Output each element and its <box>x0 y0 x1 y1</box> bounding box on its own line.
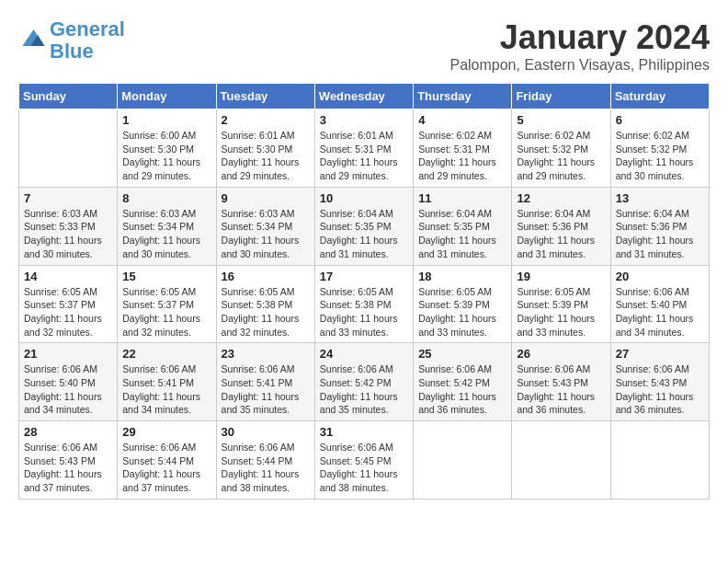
calendar-cell: 28Sunrise: 6:06 AM Sunset: 5:43 PM Dayli… <box>19 421 118 500</box>
col-header-friday: Friday <box>512 84 610 109</box>
calendar-cell: 14Sunrise: 6:05 AM Sunset: 5:37 PM Dayli… <box>19 265 118 343</box>
day-number: 17 <box>320 270 408 283</box>
day-info: Sunrise: 6:06 AM Sunset: 5:43 PM Dayligh… <box>24 441 112 495</box>
day-number: 20 <box>616 270 704 283</box>
day-info: Sunrise: 6:05 AM Sunset: 5:39 PM Dayligh… <box>517 285 605 339</box>
day-number: 25 <box>418 347 506 361</box>
day-number: 2 <box>222 113 310 127</box>
calendar-week-row: 21Sunrise: 6:06 AM Sunset: 5:40 PM Dayli… <box>19 343 710 421</box>
day-number: 9 <box>222 191 310 205</box>
calendar-cell: 29Sunrise: 6:06 AM Sunset: 5:44 PM Dayli… <box>118 421 216 500</box>
calendar-cell: 17Sunrise: 6:05 AM Sunset: 5:38 PM Dayli… <box>314 265 413 343</box>
col-header-sunday: Sunday <box>19 84 118 109</box>
day-info: Sunrise: 6:06 AM Sunset: 5:43 PM Dayligh… <box>616 362 704 417</box>
day-info: Sunrise: 6:04 AM Sunset: 5:35 PM Dayligh… <box>320 207 408 261</box>
calendar-cell: 8Sunrise: 6:03 AM Sunset: 5:34 PM Daylig… <box>118 187 216 265</box>
day-info: Sunrise: 6:06 AM Sunset: 5:40 PM Dayligh… <box>616 285 704 339</box>
day-info: Sunrise: 6:05 AM Sunset: 5:38 PM Dayligh… <box>320 285 408 339</box>
calendar-cell: 22Sunrise: 6:06 AM Sunset: 5:41 PM Dayli… <box>118 343 216 421</box>
day-info: Sunrise: 6:06 AM Sunset: 5:42 PM Dayligh… <box>418 362 506 417</box>
day-info: Sunrise: 6:03 AM Sunset: 5:34 PM Dayligh… <box>122 207 210 261</box>
day-number: 7 <box>24 191 112 205</box>
calendar-cell: 20Sunrise: 6:06 AM Sunset: 5:40 PM Dayli… <box>610 265 709 343</box>
day-number: 22 <box>122 347 210 361</box>
day-info: Sunrise: 6:02 AM Sunset: 5:32 PM Dayligh… <box>616 129 704 183</box>
day-info: Sunrise: 6:04 AM Sunset: 5:35 PM Dayligh… <box>418 207 506 261</box>
day-number: 5 <box>517 113 605 127</box>
calendar-cell: 12Sunrise: 6:04 AM Sunset: 5:36 PM Dayli… <box>512 187 610 265</box>
day-number: 8 <box>122 191 210 205</box>
calendar-cell: 9Sunrise: 6:03 AM Sunset: 5:34 PM Daylig… <box>216 187 314 265</box>
day-info: Sunrise: 6:06 AM Sunset: 5:44 PM Dayligh… <box>222 441 310 495</box>
calendar-cell: 13Sunrise: 6:04 AM Sunset: 5:36 PM Dayli… <box>610 187 709 265</box>
calendar-cell: 21Sunrise: 6:06 AM Sunset: 5:40 PM Dayli… <box>19 343 118 421</box>
calendar-cell: 6Sunrise: 6:02 AM Sunset: 5:32 PM Daylig… <box>610 109 709 188</box>
day-info: Sunrise: 6:05 AM Sunset: 5:38 PM Dayligh… <box>222 285 310 339</box>
col-header-monday: Monday <box>118 84 216 109</box>
calendar-week-row: 7Sunrise: 6:03 AM Sunset: 5:33 PM Daylig… <box>19 187 710 265</box>
day-number: 15 <box>122 270 210 283</box>
day-info: Sunrise: 6:01 AM Sunset: 5:31 PM Dayligh… <box>320 129 408 183</box>
day-info: Sunrise: 6:06 AM Sunset: 5:43 PM Dayligh… <box>517 362 605 417</box>
col-header-saturday: Saturday <box>610 84 709 109</box>
day-number: 10 <box>320 191 408 205</box>
calendar-cell: 19Sunrise: 6:05 AM Sunset: 5:39 PM Dayli… <box>512 265 610 343</box>
calendar-cell: 7Sunrise: 6:03 AM Sunset: 5:33 PM Daylig… <box>19 187 118 265</box>
day-info: Sunrise: 6:04 AM Sunset: 5:36 PM Dayligh… <box>616 207 704 261</box>
page-header: General Blue January 2024 Palompon, East… <box>18 18 710 74</box>
day-number: 31 <box>320 425 408 439</box>
calendar-week-row: 28Sunrise: 6:06 AM Sunset: 5:43 PM Dayli… <box>19 421 710 500</box>
day-number: 23 <box>222 347 310 361</box>
col-header-thursday: Thursday <box>414 84 512 109</box>
logo: General Blue <box>18 18 125 63</box>
day-number: 14 <box>24 270 112 283</box>
day-number: 29 <box>122 425 210 439</box>
col-header-wednesday: Wednesday <box>314 84 413 109</box>
day-info: Sunrise: 6:06 AM Sunset: 5:41 PM Dayligh… <box>122 362 210 417</box>
calendar-cell: 31Sunrise: 6:06 AM Sunset: 5:45 PM Dayli… <box>314 421 413 500</box>
day-info: Sunrise: 6:05 AM Sunset: 5:37 PM Dayligh… <box>122 285 210 339</box>
logo-line2: Blue <box>50 40 94 63</box>
day-number: 27 <box>616 347 704 361</box>
day-info: Sunrise: 6:03 AM Sunset: 5:34 PM Dayligh… <box>222 207 310 261</box>
day-number: 1 <box>122 113 210 127</box>
calendar-cell <box>512 421 610 500</box>
day-number: 21 <box>24 347 112 361</box>
logo-text: General Blue <box>50 18 125 63</box>
calendar-cell: 15Sunrise: 6:05 AM Sunset: 5:37 PM Dayli… <box>118 265 216 343</box>
calendar-week-row: 1Sunrise: 6:00 AM Sunset: 5:30 PM Daylig… <box>19 109 710 188</box>
calendar-cell: 25Sunrise: 6:06 AM Sunset: 5:42 PM Dayli… <box>414 343 512 421</box>
calendar-cell: 11Sunrise: 6:04 AM Sunset: 5:35 PM Dayli… <box>414 187 512 265</box>
month-title: January 2024 <box>449 18 710 57</box>
day-info: Sunrise: 6:06 AM Sunset: 5:42 PM Dayligh… <box>320 362 408 417</box>
day-number: 18 <box>418 270 506 283</box>
day-number: 4 <box>418 113 506 127</box>
day-number: 19 <box>517 270 605 283</box>
logo-icon <box>18 27 46 54</box>
day-info: Sunrise: 6:05 AM Sunset: 5:37 PM Dayligh… <box>24 285 112 339</box>
day-number: 26 <box>517 347 605 361</box>
calendar-cell: 3Sunrise: 6:01 AM Sunset: 5:31 PM Daylig… <box>314 109 413 188</box>
day-info: Sunrise: 6:06 AM Sunset: 5:40 PM Dayligh… <box>24 362 112 417</box>
calendar-cell: 16Sunrise: 6:05 AM Sunset: 5:38 PM Dayli… <box>216 265 314 343</box>
calendar-week-row: 14Sunrise: 6:05 AM Sunset: 5:37 PM Dayli… <box>19 265 710 343</box>
calendar-cell: 2Sunrise: 6:01 AM Sunset: 5:30 PM Daylig… <box>216 109 314 188</box>
calendar-cell <box>414 421 512 500</box>
calendar-cell: 10Sunrise: 6:04 AM Sunset: 5:35 PM Dayli… <box>314 187 413 265</box>
calendar-cell: 18Sunrise: 6:05 AM Sunset: 5:39 PM Dayli… <box>414 265 512 343</box>
col-header-tuesday: Tuesday <box>216 84 314 109</box>
day-number: 24 <box>320 347 408 361</box>
calendar-cell: 4Sunrise: 6:02 AM Sunset: 5:31 PM Daylig… <box>414 109 512 188</box>
day-info: Sunrise: 6:06 AM Sunset: 5:45 PM Dayligh… <box>320 441 408 495</box>
day-number: 28 <box>24 425 112 439</box>
calendar-cell: 24Sunrise: 6:06 AM Sunset: 5:42 PM Dayli… <box>314 343 413 421</box>
day-info: Sunrise: 6:05 AM Sunset: 5:39 PM Dayligh… <box>418 285 506 339</box>
day-number: 30 <box>222 425 310 439</box>
calendar-cell <box>610 421 709 500</box>
calendar-cell: 23Sunrise: 6:06 AM Sunset: 5:41 PM Dayli… <box>216 343 314 421</box>
calendar-header-row: SundayMondayTuesdayWednesdayThursdayFrid… <box>19 84 710 109</box>
day-number: 12 <box>517 191 605 205</box>
calendar-cell: 5Sunrise: 6:02 AM Sunset: 5:32 PM Daylig… <box>512 109 610 188</box>
title-block: January 2024 Palompon, Eastern Visayas, … <box>449 18 710 74</box>
day-info: Sunrise: 6:00 AM Sunset: 5:30 PM Dayligh… <box>122 129 210 183</box>
